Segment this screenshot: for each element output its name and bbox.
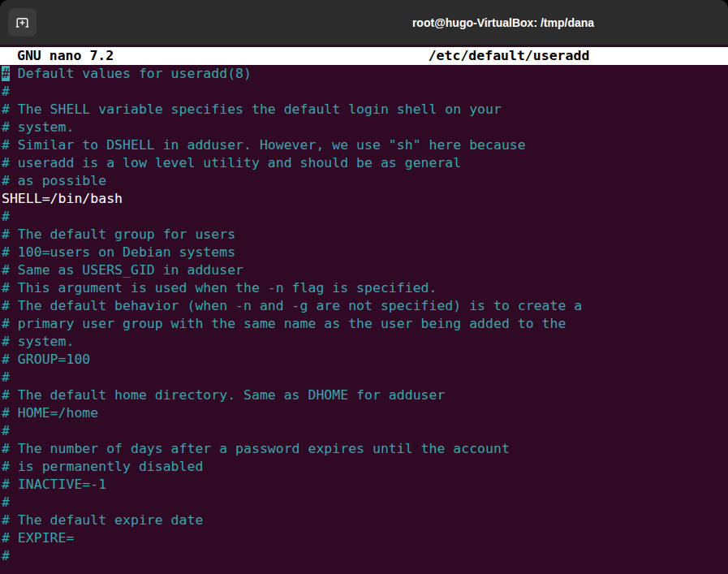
editor-line: # HOME=/home bbox=[2, 404, 728, 422]
editor-line: # bbox=[2, 494, 728, 511]
nano-titlebar: GNU nano 7.2 /etc/default/useradd bbox=[0, 47, 728, 65]
editor-line: # bbox=[2, 369, 728, 386]
editor-line: # as possible bbox=[2, 172, 728, 190]
editor-line: # This argument is used when the -n flag… bbox=[2, 279, 728, 297]
editor-line: # The default behavior (when -n and -g a… bbox=[2, 297, 728, 315]
nano-version-label: GNU nano 7.2 bbox=[17, 47, 114, 65]
editor-line: # INACTIVE=-1 bbox=[2, 476, 728, 494]
editor-line: # Default values for useradd(8) bbox=[2, 65, 728, 83]
editor-line: # bbox=[2, 422, 728, 440]
editor-line: SHELL=/bin/bash bbox=[2, 190, 728, 208]
new-tab-button[interactable] bbox=[8, 8, 37, 37]
editor-line: # primary user group with the same name … bbox=[2, 315, 728, 333]
terminal-headerbar: root@hugo-VirtualBox: /tmp/dana bbox=[0, 0, 728, 45]
window-title: root@hugo-VirtualBox: /tmp/dana bbox=[412, 16, 594, 29]
editor-line: # bbox=[2, 83, 728, 101]
editor-line: # The default expire date bbox=[2, 511, 728, 529]
editor-line: # bbox=[2, 208, 728, 226]
terminal-window: root@hugo-VirtualBox: /tmp/dana GNU nano… bbox=[0, 0, 728, 574]
editor-line: # The SHELL variable specifies the defau… bbox=[2, 101, 728, 119]
editor-content: # Default values for useradd(8)## The SH… bbox=[0, 65, 728, 565]
editor-line: # The default home directory. Same as DH… bbox=[2, 386, 728, 404]
editor-line: # GROUP=100 bbox=[2, 351, 728, 369]
editor-line: # is permanently disabled bbox=[2, 458, 728, 476]
editor-line: # 100=users on Debian systems bbox=[2, 244, 728, 261]
editor-line: # Same as USERS_GID in adduser bbox=[2, 261, 728, 279]
new-tab-icon bbox=[15, 15, 30, 30]
editor-line: # system. bbox=[2, 333, 728, 351]
editor-line: # bbox=[2, 547, 728, 565]
terminal-screen[interactable]: GNU nano 7.2 /etc/default/useradd # Defa… bbox=[0, 45, 728, 574]
editor-line: # EXPIRE= bbox=[2, 529, 728, 547]
editor-line: # The default group for users bbox=[2, 226, 728, 244]
editor-line: # The number of days after a password ex… bbox=[2, 440, 728, 458]
editor-line: # system. bbox=[2, 119, 728, 136]
nano-filename: /etc/default/useradd bbox=[429, 47, 590, 65]
editor-line: # useradd is a low level utility and sho… bbox=[2, 154, 728, 172]
editor-line: # Similar to DSHELL in adduser. However,… bbox=[2, 136, 728, 154]
